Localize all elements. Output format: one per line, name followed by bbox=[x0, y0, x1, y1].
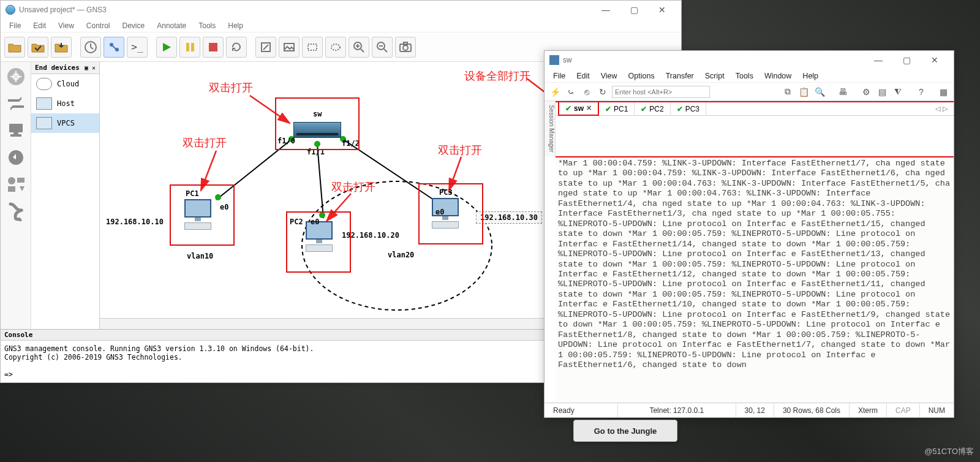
devices-panel-title: End devices bbox=[35, 64, 80, 72]
print-icon[interactable]: 🖶 bbox=[836, 85, 850, 99]
port-f10: f1/0 bbox=[277, 137, 295, 145]
pause-all-icon[interactable] bbox=[179, 37, 200, 58]
menu-edit[interactable]: Edit bbox=[28, 20, 51, 31]
svg-rect-18 bbox=[10, 134, 21, 137]
svg-line-34 bbox=[201, 151, 216, 191]
tabs-scroll-right-icon[interactable]: ▷ bbox=[943, 105, 948, 113]
window-close-icon[interactable]: ✕ bbox=[648, 1, 676, 19]
menu-file[interactable]: File bbox=[4, 20, 26, 31]
menu-file[interactable]: File bbox=[548, 70, 570, 81]
snapshot-icon[interactable] bbox=[80, 37, 101, 58]
paste-icon[interactable]: 📋 bbox=[797, 85, 810, 99]
menu-control[interactable]: Control bbox=[81, 20, 115, 31]
console-icon[interactable]: >_ bbox=[127, 37, 148, 58]
menu-help[interactable]: Help bbox=[223, 20, 248, 31]
tab-pc2[interactable]: ✔ PC2 bbox=[635, 102, 670, 116]
annotation-open-all: 设备全部打开 bbox=[464, 69, 530, 83]
device-cloud[interactable]: Cloud bbox=[31, 74, 99, 94]
status-ready: Ready bbox=[545, 403, 618, 417]
svg-line-24 bbox=[216, 138, 293, 200]
zoom-out-icon[interactable] bbox=[372, 37, 393, 58]
tab-sw[interactable]: ✔ sw ✕ bbox=[558, 102, 599, 116]
window-maximize-icon[interactable]: ▢ bbox=[892, 51, 921, 69]
node-pc2[interactable] bbox=[301, 221, 337, 258]
svg-line-35 bbox=[326, 194, 351, 221]
go-to-jungle-button[interactable]: Go to the Jungle bbox=[573, 420, 677, 442]
menu-script[interactable]: Script bbox=[700, 70, 729, 81]
switch-label: sw bbox=[313, 110, 322, 118]
svg-rect-22 bbox=[8, 186, 15, 192]
help-icon[interactable]: ? bbox=[914, 85, 928, 99]
add-link-icon[interactable] bbox=[4, 199, 28, 224]
menu-device[interactable]: Device bbox=[118, 20, 150, 31]
terminal-titlebar[interactable]: sw — ▢ ✕ bbox=[545, 51, 954, 69]
gns3-titlebar[interactable]: Unsaved project* — GNS3 — ▢ ✕ bbox=[1, 1, 681, 19]
show-labels-icon[interactable] bbox=[104, 37, 124, 58]
node-switch[interactable] bbox=[293, 122, 341, 138]
note-icon[interactable] bbox=[255, 37, 276, 58]
palette-icon[interactable]: ▦ bbox=[937, 85, 950, 99]
copy-icon[interactable]: ⧉ bbox=[781, 85, 794, 99]
close-icon[interactable]: ✕ bbox=[586, 104, 592, 112]
device-host[interactable]: Host bbox=[31, 94, 99, 113]
ellipse-icon[interactable] bbox=[325, 37, 346, 58]
tab-label: PC1 bbox=[614, 105, 628, 113]
host-input[interactable] bbox=[612, 86, 710, 98]
menu-help[interactable]: Help bbox=[797, 70, 823, 81]
menu-options[interactable]: Options bbox=[624, 70, 660, 81]
reconnect-all-icon[interactable]: ↻ bbox=[596, 85, 609, 99]
status-cursor: 30, 12 bbox=[736, 403, 774, 417]
menu-edit[interactable]: Edit bbox=[571, 70, 595, 81]
menu-tools[interactable]: Tools bbox=[731, 70, 758, 81]
pc1-ip: 192.168.10.10 bbox=[106, 218, 164, 226]
filter-icon[interactable]: ⧨ bbox=[891, 85, 905, 99]
reload-icon[interactable] bbox=[226, 37, 247, 58]
svg-line-33 bbox=[250, 96, 290, 123]
start-all-icon[interactable] bbox=[156, 37, 177, 58]
device-label: Cloud bbox=[57, 80, 79, 88]
pc3-ip: 192.168.10.30 bbox=[476, 211, 542, 224]
stop-all-icon[interactable] bbox=[203, 37, 224, 58]
menu-view[interactable]: View bbox=[596, 70, 622, 81]
end-devices-icon[interactable] bbox=[4, 118, 28, 143]
menu-transfer[interactable]: Transfer bbox=[661, 70, 699, 81]
window-minimize-icon[interactable]: — bbox=[592, 1, 620, 19]
node-pc3[interactable] bbox=[427, 198, 464, 235]
tab-pc3[interactable]: ✔ PC3 bbox=[671, 102, 706, 116]
menu-view[interactable]: View bbox=[53, 20, 79, 31]
settings-icon[interactable]: ⚙ bbox=[859, 85, 873, 99]
quick-connect-icon[interactable]: ⚡ bbox=[548, 85, 562, 99]
tabs-scroll-left-icon[interactable]: ◁ bbox=[935, 105, 940, 113]
security-icon[interactable] bbox=[4, 145, 28, 170]
all-devices-icon[interactable] bbox=[4, 172, 28, 197]
terminal-tabs: ✔ sw ✕ ✔ PC1 ✔ PC2 ✔ PC3 ◁ ▷ bbox=[556, 101, 954, 116]
check-icon: ✔ bbox=[565, 104, 571, 113]
panel-controls[interactable]: ▣ ✕ bbox=[85, 64, 96, 71]
zoom-in-icon[interactable] bbox=[349, 37, 369, 58]
menu-tools[interactable]: Tools bbox=[194, 20, 221, 31]
terminal-output[interactable]: *Mar 1 00:00:04.759: %LINK-3-UPDOWN: Int… bbox=[556, 156, 954, 403]
rectangle-icon[interactable] bbox=[302, 37, 323, 58]
device-label: Host bbox=[57, 99, 75, 108]
session-manager-strip[interactable]: Session Manager bbox=[545, 101, 556, 156]
devices-panel-header[interactable]: End devices ▣ ✕ bbox=[31, 62, 99, 74]
find-icon[interactable]: 🔍 bbox=[813, 85, 826, 99]
export-icon[interactable] bbox=[51, 37, 72, 58]
menu-window[interactable]: Window bbox=[760, 70, 796, 81]
disconnect-icon[interactable]: ⎋ bbox=[580, 85, 594, 99]
reconnect-icon[interactable]: ⤿ bbox=[564, 85, 578, 99]
menu-annotate[interactable]: Annotate bbox=[152, 20, 191, 31]
open-project-icon[interactable] bbox=[4, 37, 25, 58]
window-maximize-icon[interactable]: ▢ bbox=[620, 1, 648, 19]
image-icon[interactable] bbox=[279, 37, 300, 58]
node-pc1[interactable] bbox=[179, 199, 216, 236]
routers-icon[interactable] bbox=[4, 64, 28, 89]
session-options-icon[interactable]: ▤ bbox=[875, 85, 889, 99]
tab-pc1[interactable]: ✔ PC1 bbox=[599, 102, 635, 116]
switches-icon[interactable] bbox=[4, 91, 28, 116]
save-project-icon[interactable] bbox=[28, 37, 48, 58]
device-vpcs[interactable]: VPCS bbox=[31, 113, 99, 133]
window-minimize-icon[interactable]: — bbox=[864, 51, 892, 69]
window-close-icon[interactable]: ✕ bbox=[921, 51, 949, 69]
screenshot-icon[interactable] bbox=[395, 37, 416, 58]
